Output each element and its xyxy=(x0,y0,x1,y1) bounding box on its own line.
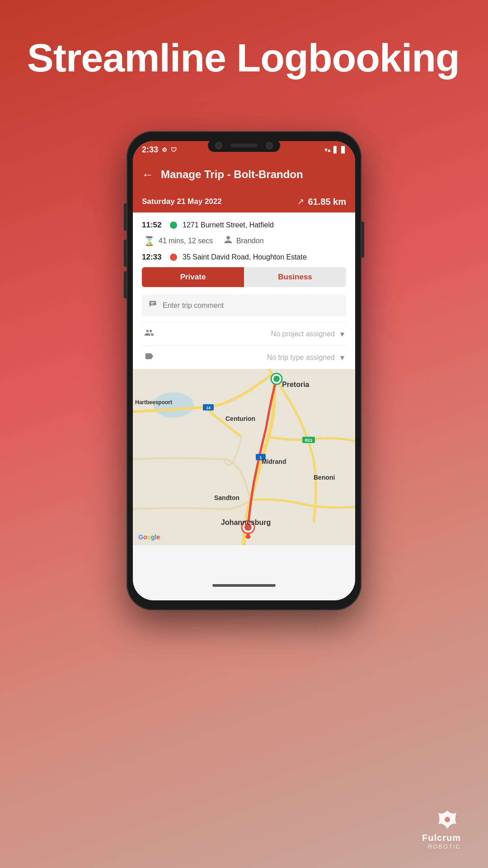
business-button[interactable]: Business xyxy=(244,267,346,287)
project-value: No project assigned xyxy=(160,330,335,338)
camera-dot-right xyxy=(266,142,273,149)
svg-text:Sandton: Sandton xyxy=(214,494,239,501)
trip-type-toggle: Private Business xyxy=(142,267,346,287)
phone-shell: 2:33 ⚙ 🛡 ▾▴ ▋ ▊ ← Manage Trip - Bolt-Bra… xyxy=(127,131,361,610)
trip-date: Saturday 21 May 2022 xyxy=(142,197,222,206)
project-row[interactable]: No project assigned ▾ xyxy=(142,322,346,345)
app-bar-title: Manage Trip - Bolt-Brandon xyxy=(161,168,303,181)
signal-icon: ▋ xyxy=(333,146,338,153)
trend-icon: ↗ xyxy=(297,197,304,207)
phone-screen: 2:33 ⚙ 🛡 ▾▴ ▋ ▊ ← Manage Trip - Bolt-Bra… xyxy=(133,141,355,600)
svg-point-3 xyxy=(273,376,280,382)
person-icon xyxy=(224,235,233,246)
distance-group: ↗ 61.85 km xyxy=(297,197,346,207)
comment-icon xyxy=(148,300,157,311)
svg-text:14: 14 xyxy=(206,406,211,410)
private-button[interactable]: Private xyxy=(142,267,244,287)
trip-type-icon xyxy=(144,351,155,363)
hero-title: Streamline Logbooking xyxy=(27,36,460,80)
svg-text:Centurion: Centurion xyxy=(225,415,255,422)
end-address: 35 Saint David Road, Houghton Estate xyxy=(183,253,307,261)
svg-point-19 xyxy=(445,817,450,822)
speaker-bar xyxy=(230,144,258,147)
home-bar xyxy=(212,584,276,587)
svg-text:Hartbeespoort: Hartbeespoort xyxy=(135,399,172,406)
duration-icon: ⌛ xyxy=(144,236,155,246)
project-chevron: ▾ xyxy=(340,329,344,339)
trip-meta: ⌛ 41 mins, 12 secs Brandon xyxy=(142,235,346,246)
status-time: 2:33 xyxy=(142,145,158,155)
start-address: 1271 Burnett Street, Hatfield xyxy=(183,221,274,229)
fulcrum-name: Fulcrum xyxy=(422,833,461,843)
phone-notch xyxy=(208,139,280,152)
trip-card: 11:52 1271 Burnett Street, Hatfield ⌛ 41… xyxy=(133,212,355,369)
map-container: 14 1 R21 Pretoria Hartbeespoort Centurio… xyxy=(133,369,355,545)
google-logo: Google xyxy=(138,533,160,541)
shield-icon: 🛡 xyxy=(171,146,177,153)
status-right: ▾▴ ▋ ▊ xyxy=(324,146,346,153)
trip-type-chevron: ▾ xyxy=(340,353,344,363)
trip-distance: 61.85 km xyxy=(308,197,346,207)
person-item: Brandon xyxy=(224,235,264,246)
status-left: 2:33 ⚙ 🛡 xyxy=(142,145,177,155)
trip-type-row[interactable]: No trip type assigned ▾ xyxy=(142,345,346,369)
fulcrum-logo: Fulcrum ROBOTIC xyxy=(422,808,461,850)
svg-text:Midrand: Midrand xyxy=(262,458,286,465)
settings-icon: ⚙ xyxy=(162,146,167,153)
end-dot xyxy=(170,254,177,261)
svg-text:Johannesburg: Johannesburg xyxy=(221,519,271,526)
trip-end-time: 12:33 xyxy=(142,253,164,262)
comment-input[interactable] xyxy=(163,302,340,310)
duration-item: ⌛ 41 mins, 12 secs xyxy=(144,236,213,246)
fulcrum-sub: ROBOTIC xyxy=(428,843,461,850)
trip-end-row: 12:33 35 Saint David Road, Houghton Esta… xyxy=(142,253,346,262)
svg-text:R21: R21 xyxy=(305,438,313,443)
back-button[interactable]: ← xyxy=(142,168,154,182)
comment-row[interactable] xyxy=(142,294,346,316)
svg-text:Benoni: Benoni xyxy=(314,474,335,481)
camera-dot-left xyxy=(215,142,222,149)
start-dot xyxy=(170,222,177,229)
trip-person: Brandon xyxy=(236,237,264,245)
wifi-icon: ▾▴ xyxy=(324,146,331,153)
battery-icon: ▊ xyxy=(341,146,346,153)
app-bar: ← Manage Trip - Bolt-Brandon xyxy=(133,158,355,191)
date-bar: Saturday 21 May 2022 ↗ 61.85 km xyxy=(133,191,355,212)
trip-duration: 41 mins, 12 secs xyxy=(159,237,213,245)
trip-start-time: 11:52 xyxy=(142,221,164,230)
svg-text:Pretoria: Pretoria xyxy=(282,381,310,388)
trip-type-value: No trip type assigned xyxy=(160,354,335,362)
project-icon xyxy=(144,328,155,340)
trip-start-row: 11:52 1271 Burnett Street, Hatfield xyxy=(142,221,346,230)
